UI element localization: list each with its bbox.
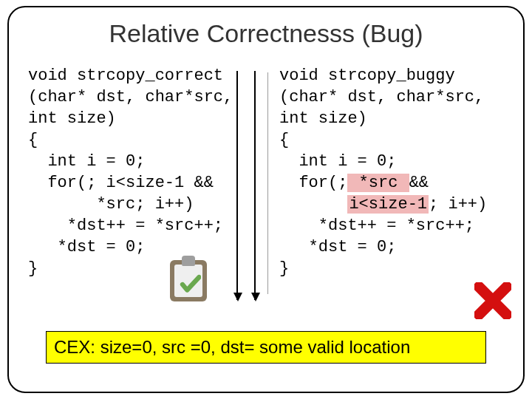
- counterexample-text: CEX: size=0, src =0, dst= some valid loc…: [54, 337, 410, 358]
- arrow-down-icon: [236, 71, 238, 300]
- code-buggy: void strcopy_buggy (char* dst, char*src,…: [279, 65, 516, 279]
- counterexample-box: CEX: size=0, src =0, dst= some valid loc…: [46, 331, 486, 364]
- code-line: *dst++ = *src++;: [28, 216, 223, 235]
- code-line: int i = 0;: [279, 152, 396, 171]
- code-line: &&: [409, 174, 429, 192]
- bug-highlight: i<size-1: [347, 195, 429, 214]
- code-line: *dst = 0;: [28, 238, 145, 256]
- code-line: int size): [279, 109, 367, 128]
- code-line: for(;: [279, 174, 347, 192]
- checkmark-clipboard-icon: [168, 253, 208, 303]
- cross-icon: [474, 282, 511, 319]
- code-line: (char* dst, char*src,: [279, 88, 484, 106]
- code-line: void strcopy_buggy: [279, 66, 455, 85]
- code-line: int i = 0;: [28, 152, 145, 171]
- code-line: ; i++): [429, 195, 487, 214]
- code-line: *dst = 0;: [279, 238, 396, 256]
- code-line: {: [28, 131, 38, 149]
- code-line: *src; i++): [28, 195, 194, 214]
- code-line: for(; i<size-1 &&: [28, 174, 214, 192]
- code-line: [279, 195, 347, 214]
- code-line: int size): [28, 109, 116, 128]
- arrow-down-icon: [254, 71, 256, 300]
- column-divider: [267, 72, 268, 294]
- code-correct: void strcopy_correct (char* dst, char*sr…: [28, 65, 272, 279]
- code-line: {: [279, 131, 289, 149]
- bug-highlight: *src: [347, 174, 409, 192]
- code-line: }: [28, 259, 38, 278]
- slide-title: Relative Correctnesss (Bug): [0, 19, 532, 48]
- code-line: (char* dst, char*src,: [28, 88, 233, 106]
- code-line: void strcopy_correct: [28, 66, 223, 85]
- code-line: }: [279, 259, 289, 278]
- code-line: *dst++ = *src++;: [279, 216, 474, 235]
